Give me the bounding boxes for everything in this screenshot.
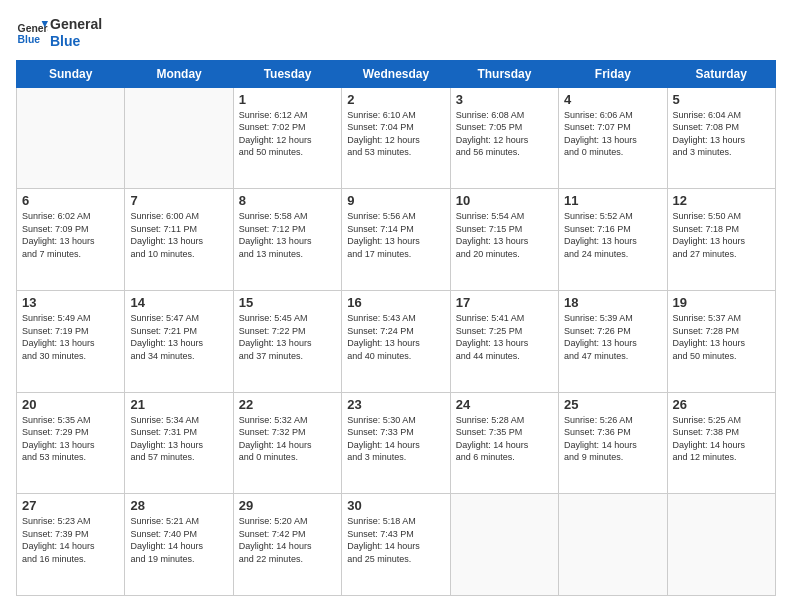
day-info: Sunrise: 5:37 AM Sunset: 7:28 PM Dayligh… bbox=[673, 312, 770, 362]
day-number: 19 bbox=[673, 295, 770, 310]
day-number: 4 bbox=[564, 92, 661, 107]
calendar-cell: 18Sunrise: 5:39 AM Sunset: 7:26 PM Dayli… bbox=[559, 290, 667, 392]
day-info: Sunrise: 5:32 AM Sunset: 7:32 PM Dayligh… bbox=[239, 414, 336, 464]
calendar-cell: 16Sunrise: 5:43 AM Sunset: 7:24 PM Dayli… bbox=[342, 290, 450, 392]
weekday-header-sunday: Sunday bbox=[17, 60, 125, 87]
day-info: Sunrise: 6:04 AM Sunset: 7:08 PM Dayligh… bbox=[673, 109, 770, 159]
header: General Blue General Blue bbox=[16, 16, 776, 50]
day-info: Sunrise: 5:25 AM Sunset: 7:38 PM Dayligh… bbox=[673, 414, 770, 464]
day-info: Sunrise: 5:26 AM Sunset: 7:36 PM Dayligh… bbox=[564, 414, 661, 464]
day-number: 22 bbox=[239, 397, 336, 412]
weekday-header-saturday: Saturday bbox=[667, 60, 775, 87]
day-number: 5 bbox=[673, 92, 770, 107]
logo-icon: General Blue bbox=[16, 19, 48, 47]
day-info: Sunrise: 5:35 AM Sunset: 7:29 PM Dayligh… bbox=[22, 414, 119, 464]
day-number: 12 bbox=[673, 193, 770, 208]
calendar-cell: 19Sunrise: 5:37 AM Sunset: 7:28 PM Dayli… bbox=[667, 290, 775, 392]
calendar-cell: 3Sunrise: 6:08 AM Sunset: 7:05 PM Daylig… bbox=[450, 87, 558, 189]
calendar-cell: 9Sunrise: 5:56 AM Sunset: 7:14 PM Daylig… bbox=[342, 189, 450, 291]
day-info: Sunrise: 5:58 AM Sunset: 7:12 PM Dayligh… bbox=[239, 210, 336, 260]
calendar-cell: 6Sunrise: 6:02 AM Sunset: 7:09 PM Daylig… bbox=[17, 189, 125, 291]
day-info: Sunrise: 5:45 AM Sunset: 7:22 PM Dayligh… bbox=[239, 312, 336, 362]
day-number: 17 bbox=[456, 295, 553, 310]
calendar-cell: 8Sunrise: 5:58 AM Sunset: 7:12 PM Daylig… bbox=[233, 189, 341, 291]
weekday-header-monday: Monday bbox=[125, 60, 233, 87]
day-number: 8 bbox=[239, 193, 336, 208]
day-info: Sunrise: 5:43 AM Sunset: 7:24 PM Dayligh… bbox=[347, 312, 444, 362]
day-number: 13 bbox=[22, 295, 119, 310]
logo-general: General bbox=[50, 16, 102, 33]
day-info: Sunrise: 5:49 AM Sunset: 7:19 PM Dayligh… bbox=[22, 312, 119, 362]
calendar-cell bbox=[559, 494, 667, 596]
calendar-cell: 25Sunrise: 5:26 AM Sunset: 7:36 PM Dayli… bbox=[559, 392, 667, 494]
day-number: 2 bbox=[347, 92, 444, 107]
calendar-cell: 29Sunrise: 5:20 AM Sunset: 7:42 PM Dayli… bbox=[233, 494, 341, 596]
day-info: Sunrise: 6:08 AM Sunset: 7:05 PM Dayligh… bbox=[456, 109, 553, 159]
calendar-cell: 14Sunrise: 5:47 AM Sunset: 7:21 PM Dayli… bbox=[125, 290, 233, 392]
day-info: Sunrise: 5:34 AM Sunset: 7:31 PM Dayligh… bbox=[130, 414, 227, 464]
day-number: 10 bbox=[456, 193, 553, 208]
calendar-cell: 28Sunrise: 5:21 AM Sunset: 7:40 PM Dayli… bbox=[125, 494, 233, 596]
weekday-header-thursday: Thursday bbox=[450, 60, 558, 87]
day-info: Sunrise: 6:10 AM Sunset: 7:04 PM Dayligh… bbox=[347, 109, 444, 159]
calendar-cell: 17Sunrise: 5:41 AM Sunset: 7:25 PM Dayli… bbox=[450, 290, 558, 392]
day-number: 30 bbox=[347, 498, 444, 513]
weekday-header-row: SundayMondayTuesdayWednesdayThursdayFrid… bbox=[17, 60, 776, 87]
calendar-cell: 27Sunrise: 5:23 AM Sunset: 7:39 PM Dayli… bbox=[17, 494, 125, 596]
week-row-3: 13Sunrise: 5:49 AM Sunset: 7:19 PM Dayli… bbox=[17, 290, 776, 392]
day-number: 25 bbox=[564, 397, 661, 412]
day-number: 15 bbox=[239, 295, 336, 310]
calendar-cell: 2Sunrise: 6:10 AM Sunset: 7:04 PM Daylig… bbox=[342, 87, 450, 189]
day-number: 16 bbox=[347, 295, 444, 310]
day-number: 6 bbox=[22, 193, 119, 208]
day-info: Sunrise: 5:52 AM Sunset: 7:16 PM Dayligh… bbox=[564, 210, 661, 260]
weekday-header-tuesday: Tuesday bbox=[233, 60, 341, 87]
calendar-cell bbox=[667, 494, 775, 596]
day-info: Sunrise: 6:06 AM Sunset: 7:07 PM Dayligh… bbox=[564, 109, 661, 159]
calendar-cell bbox=[17, 87, 125, 189]
calendar-cell: 1Sunrise: 6:12 AM Sunset: 7:02 PM Daylig… bbox=[233, 87, 341, 189]
day-info: Sunrise: 5:20 AM Sunset: 7:42 PM Dayligh… bbox=[239, 515, 336, 565]
day-info: Sunrise: 5:30 AM Sunset: 7:33 PM Dayligh… bbox=[347, 414, 444, 464]
calendar-cell: 24Sunrise: 5:28 AM Sunset: 7:35 PM Dayli… bbox=[450, 392, 558, 494]
day-info: Sunrise: 5:47 AM Sunset: 7:21 PM Dayligh… bbox=[130, 312, 227, 362]
day-info: Sunrise: 5:18 AM Sunset: 7:43 PM Dayligh… bbox=[347, 515, 444, 565]
day-number: 29 bbox=[239, 498, 336, 513]
page: General Blue General Blue SundayMondayTu… bbox=[0, 0, 792, 612]
day-number: 20 bbox=[22, 397, 119, 412]
logo: General Blue General Blue bbox=[16, 16, 102, 50]
weekday-header-wednesday: Wednesday bbox=[342, 60, 450, 87]
day-info: Sunrise: 5:54 AM Sunset: 7:15 PM Dayligh… bbox=[456, 210, 553, 260]
calendar-cell: 12Sunrise: 5:50 AM Sunset: 7:18 PM Dayli… bbox=[667, 189, 775, 291]
calendar-body: 1Sunrise: 6:12 AM Sunset: 7:02 PM Daylig… bbox=[17, 87, 776, 595]
week-row-1: 1Sunrise: 6:12 AM Sunset: 7:02 PM Daylig… bbox=[17, 87, 776, 189]
day-number: 9 bbox=[347, 193, 444, 208]
day-number: 21 bbox=[130, 397, 227, 412]
day-number: 14 bbox=[130, 295, 227, 310]
day-info: Sunrise: 5:41 AM Sunset: 7:25 PM Dayligh… bbox=[456, 312, 553, 362]
calendar-table: SundayMondayTuesdayWednesdayThursdayFrid… bbox=[16, 60, 776, 596]
calendar-cell: 13Sunrise: 5:49 AM Sunset: 7:19 PM Dayli… bbox=[17, 290, 125, 392]
day-info: Sunrise: 5:23 AM Sunset: 7:39 PM Dayligh… bbox=[22, 515, 119, 565]
day-number: 1 bbox=[239, 92, 336, 107]
calendar-cell: 21Sunrise: 5:34 AM Sunset: 7:31 PM Dayli… bbox=[125, 392, 233, 494]
calendar-cell bbox=[450, 494, 558, 596]
svg-text:General: General bbox=[18, 23, 48, 34]
calendar-cell: 20Sunrise: 5:35 AM Sunset: 7:29 PM Dayli… bbox=[17, 392, 125, 494]
day-number: 26 bbox=[673, 397, 770, 412]
svg-text:Blue: Blue bbox=[18, 34, 41, 45]
day-info: Sunrise: 5:50 AM Sunset: 7:18 PM Dayligh… bbox=[673, 210, 770, 260]
day-info: Sunrise: 5:28 AM Sunset: 7:35 PM Dayligh… bbox=[456, 414, 553, 464]
calendar-cell: 23Sunrise: 5:30 AM Sunset: 7:33 PM Dayli… bbox=[342, 392, 450, 494]
calendar-cell: 15Sunrise: 5:45 AM Sunset: 7:22 PM Dayli… bbox=[233, 290, 341, 392]
week-row-2: 6Sunrise: 6:02 AM Sunset: 7:09 PM Daylig… bbox=[17, 189, 776, 291]
calendar-cell: 4Sunrise: 6:06 AM Sunset: 7:07 PM Daylig… bbox=[559, 87, 667, 189]
day-info: Sunrise: 6:12 AM Sunset: 7:02 PM Dayligh… bbox=[239, 109, 336, 159]
day-number: 27 bbox=[22, 498, 119, 513]
day-number: 7 bbox=[130, 193, 227, 208]
calendar-cell: 7Sunrise: 6:00 AM Sunset: 7:11 PM Daylig… bbox=[125, 189, 233, 291]
weekday-header-friday: Friday bbox=[559, 60, 667, 87]
day-number: 11 bbox=[564, 193, 661, 208]
calendar-cell: 10Sunrise: 5:54 AM Sunset: 7:15 PM Dayli… bbox=[450, 189, 558, 291]
day-number: 24 bbox=[456, 397, 553, 412]
